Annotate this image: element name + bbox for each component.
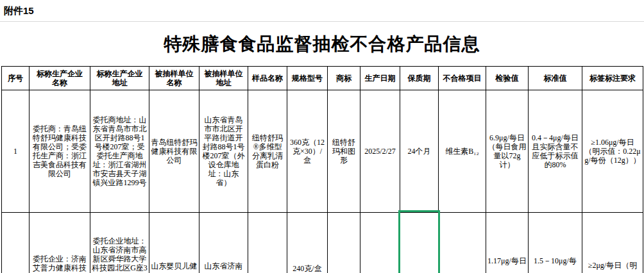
cell-standard-value[interactable]: 1.5－10μg/每 <box>529 213 582 273</box>
cell-label-requirement[interactable]: ≥1.06μg/每日（明示值：0.22μg/每份（12g）） <box>582 90 643 213</box>
header-seq[interactable]: 序号 <box>2 67 30 90</box>
cell-sampled-unit-address[interactable]: 山东省济南 <box>199 213 248 273</box>
cell-failed-item[interactable] <box>439 213 486 273</box>
table-row: 委托企业：济南艾普力健康科技 委托企业地址：山东省济南市高新区舜华路大学科技园北… <box>2 213 643 273</box>
cell-production-date[interactable]: 2025/2/27 <box>360 90 400 213</box>
results-table: 序号 标称生产企业名称 标称生产企业地址 被抽样单位名称 被抽样单位地址 样品名… <box>1 66 643 273</box>
header-shelf-life[interactable]: 保质期 <box>400 67 439 90</box>
cell-producer-address[interactable]: 委托企业地址：山东省济南市高新区舜华路大学科技园北区G座3 <box>90 213 149 273</box>
header-spec[interactable]: 规格型号 <box>287 67 328 90</box>
cell-spec[interactable]: 240克/盒 <box>287 213 328 273</box>
header-sampled-unit-name[interactable]: 被抽样单位名称 <box>149 67 199 90</box>
cell-spec[interactable]: 360克（12克×30）/盒 <box>287 90 328 213</box>
header-producer-name[interactable]: 标称生产企业名称 <box>30 67 90 90</box>
cell-shelf-life[interactable]: 24个月 <box>400 90 439 213</box>
header-standard-value[interactable]: 标准值 <box>529 67 582 90</box>
cell-production-date[interactable] <box>360 213 400 273</box>
cell-sample-name[interactable] <box>248 213 287 273</box>
header-producer-address[interactable]: 标称生产企业地址 <box>90 67 149 90</box>
header-row: 序号 标称生产企业名称 标称生产企业地址 被抽样单位名称 被抽样单位地址 样品名… <box>2 67 643 90</box>
cell-producer-address[interactable]: 委托商地址：山东省青岛市市北区开封路88号1号楼207室；受委托生产商地址：浙江… <box>90 90 149 213</box>
page-title: 特殊膳食食品监督抽检不合格产品信息 <box>0 32 644 56</box>
cell-test-value[interactable]: 1.17μg/每日 <box>486 213 529 273</box>
cell-producer-name[interactable]: 委托商：青岛纽特舒玛健康科技有限公司；受委托生产商：浙江吉美食品科技有限公司 <box>30 90 90 213</box>
results-table-container: 序号 标称生产企业名称 标称生产企业地址 被抽样单位名称 被抽样单位地址 样品名… <box>1 66 643 273</box>
header-test-value[interactable]: 检验值 <box>486 67 529 90</box>
pane-divider-line <box>0 21 644 22</box>
header-label-requirement[interactable]: 标签标注要求 <box>582 67 643 90</box>
cell-test-value[interactable]: 6.9μg/每日（每日食用量以72g计） <box>486 90 529 213</box>
attachment-label: 附件15 <box>4 5 34 17</box>
cell-failed-item[interactable]: 维生素B₁₂ <box>439 90 486 213</box>
cell-seq[interactable] <box>2 213 30 273</box>
cell-shelf-life-selected[interactable] <box>400 213 439 273</box>
header-production-date[interactable]: 生产日期 <box>360 67 400 90</box>
cell-seq[interactable]: 1 <box>2 90 30 213</box>
header-brand[interactable]: 商标 <box>328 67 360 90</box>
header-sample-name[interactable]: 样品名称 <box>248 67 287 90</box>
cell-standard-value[interactable]: 0.4－4μg/每日且实际含量不应低于标示值的80% <box>529 90 582 213</box>
cell-sampled-unit-name[interactable]: 山东婴贝儿健 <box>149 213 199 273</box>
cell-label-requirement[interactable]: ≥2μg/每日（明 <box>582 213 643 273</box>
header-sampled-unit-address[interactable]: 被抽样单位地址 <box>199 67 248 90</box>
cell-sampled-unit-name[interactable]: 青岛纽特舒玛健康科技有限公司 <box>149 90 199 213</box>
cell-sampled-unit-address[interactable]: 山东省青岛市市北区开平路街道开封路88号1号楼207室（外设仓库地址：山东省） <box>199 90 248 213</box>
table-row: 1 委托商：青岛纽特舒玛健康科技有限公司；受委托生产商：浙江吉美食品科技有限公司… <box>2 90 643 213</box>
header-failed-item[interactable]: 不合格项目 <box>439 67 486 90</box>
cell-brand[interactable]: 纽特舒玛和图形 <box>328 90 360 213</box>
cell-brand[interactable] <box>328 213 360 273</box>
cell-producer-name[interactable]: 委托企业：济南艾普力健康科技 <box>30 213 90 273</box>
cell-sample-name[interactable]: 纽特舒玛®多维型分离乳清蛋白粉 <box>248 90 287 213</box>
